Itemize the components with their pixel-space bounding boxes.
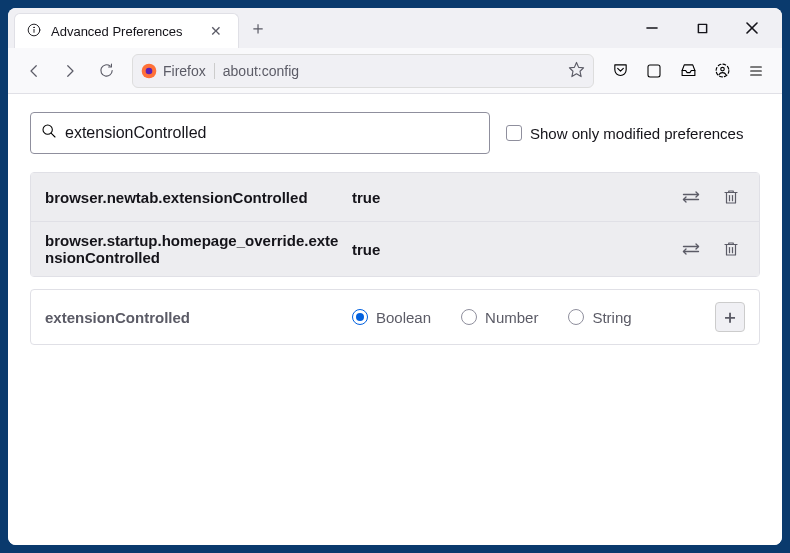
delete-button[interactable] [717, 235, 745, 263]
preference-name: browser.newtab.extensionControlled [45, 189, 340, 206]
show-modified-label: Show only modified preferences [530, 125, 743, 142]
delete-button[interactable] [717, 183, 745, 211]
preference-value: true [352, 241, 665, 258]
radio-label: Number [485, 309, 538, 326]
radio-icon [352, 309, 368, 325]
radio-icon [461, 309, 477, 325]
forward-button[interactable] [54, 55, 86, 87]
svg-line-17 [51, 133, 55, 137]
toggle-button[interactable] [677, 183, 705, 211]
browser-window: Advanced Preferences ✕ ＋ [8, 8, 782, 545]
firefox-icon [141, 63, 157, 79]
preference-row[interactable]: browser.startup.homepage_override.extens… [31, 221, 759, 276]
svg-rect-10 [648, 65, 660, 77]
search-row: Show only modified preferences [30, 112, 760, 154]
bookmark-star-icon[interactable] [568, 61, 585, 81]
titlebar: Advanced Preferences ✕ ＋ [8, 8, 782, 48]
type-radio-group: Boolean Number String [352, 309, 703, 326]
new-preference-name: extensionControlled [45, 309, 340, 326]
svg-point-16 [43, 125, 52, 134]
tab-title: Advanced Preferences [51, 24, 196, 39]
svg-point-12 [720, 67, 724, 71]
back-button[interactable] [18, 55, 50, 87]
close-window-button[interactable] [730, 10, 774, 46]
account-icon[interactable] [706, 55, 738, 87]
radio-icon [568, 309, 584, 325]
window-controls [630, 8, 782, 48]
svg-point-2 [34, 27, 35, 28]
search-box[interactable] [30, 112, 490, 154]
about-config-content: Show only modified preferences browser.n… [8, 94, 782, 545]
radio-label: Boolean [376, 309, 431, 326]
url-address: about:config [223, 63, 560, 79]
preference-name: browser.startup.homepage_override.extens… [45, 232, 340, 266]
url-bar[interactable]: Firefox about:config [132, 54, 594, 88]
nav-toolbar: Firefox about:config [8, 48, 782, 94]
search-input[interactable] [65, 124, 479, 142]
svg-marker-9 [569, 62, 583, 76]
new-tab-button[interactable]: ＋ [239, 8, 277, 48]
checkbox-icon [506, 125, 522, 141]
add-preference-button[interactable]: ＋ [715, 302, 745, 332]
toggle-button[interactable] [677, 235, 705, 263]
minimize-button[interactable] [630, 10, 674, 46]
tab-advanced-preferences[interactable]: Advanced Preferences ✕ [14, 13, 239, 48]
preference-value: true [352, 189, 665, 206]
radio-number[interactable]: Number [461, 309, 538, 326]
maximize-button[interactable] [680, 10, 724, 46]
extension-icon[interactable] [638, 55, 670, 87]
identity-label: Firefox [163, 63, 206, 79]
preferences-table: browser.newtab.extensionControlled true … [30, 172, 760, 277]
hamburger-menu-icon[interactable] [740, 55, 772, 87]
radio-string[interactable]: String [568, 309, 631, 326]
add-preference-row: extensionControlled Boolean Number Strin… [30, 289, 760, 345]
radio-label: String [592, 309, 631, 326]
svg-point-8 [146, 67, 153, 74]
preference-row[interactable]: browser.newtab.extensionControlled true [31, 173, 759, 221]
svg-rect-4 [698, 24, 706, 32]
search-icon [41, 123, 57, 143]
info-icon [27, 23, 41, 40]
identity-box[interactable]: Firefox [141, 63, 215, 79]
show-modified-checkbox[interactable]: Show only modified preferences [506, 125, 743, 142]
close-tab-icon[interactable]: ✕ [206, 21, 226, 41]
reload-button[interactable] [90, 55, 122, 87]
radio-boolean[interactable]: Boolean [352, 309, 431, 326]
inbox-icon[interactable] [672, 55, 704, 87]
pocket-icon[interactable] [604, 55, 636, 87]
toolbar-icons [604, 55, 772, 87]
